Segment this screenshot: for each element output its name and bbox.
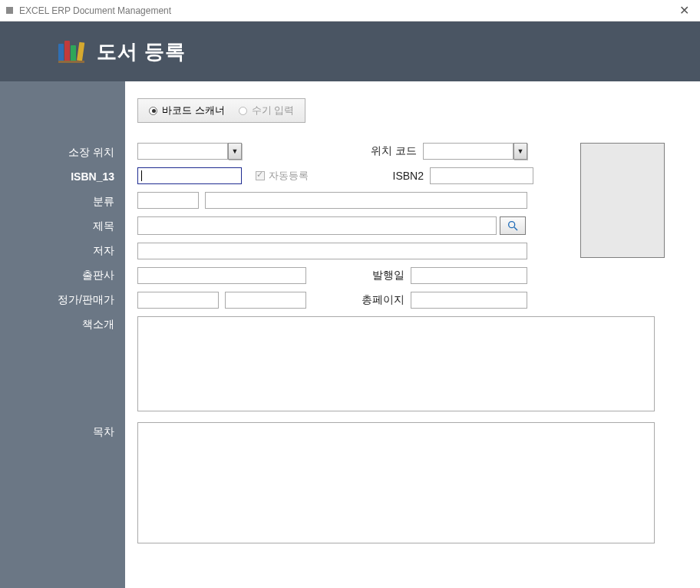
isbn2-input[interactable]	[430, 167, 533, 184]
checkbox-icon	[256, 171, 265, 180]
label-author: 저자	[0, 243, 125, 258]
close-icon[interactable]: ✕	[675, 3, 694, 18]
label-location: 소장 위치	[0, 144, 125, 160]
app-icon	[6, 7, 13, 14]
radio-manual-input[interactable]: 수기 입력	[239, 104, 295, 117]
books-icon	[58, 40, 84, 63]
auto-register-label: 자동등록	[269, 169, 309, 183]
radio-dot-icon	[149, 107, 157, 115]
radio-dot-icon	[239, 107, 247, 115]
title-input[interactable]	[137, 216, 497, 235]
isbn13-input[interactable]	[137, 167, 242, 184]
chevron-down-icon[interactable]: ▼	[513, 143, 527, 160]
label-pages: 총페이지	[306, 293, 411, 307]
location-field[interactable]	[137, 143, 228, 160]
app-header: 도서 등록	[0, 21, 700, 81]
label-price: 정가/판매가	[0, 292, 125, 307]
label-publisher: 출판사	[0, 267, 125, 282]
publisher-input[interactable]	[137, 267, 306, 284]
radio-manual-label: 수기 입력	[252, 104, 295, 117]
svg-line-1	[514, 227, 517, 230]
label-location-code: 위치 코드	[242, 144, 423, 158]
category-code-input[interactable]	[137, 192, 199, 209]
title-search-button[interactable]	[500, 216, 526, 235]
auto-register-checkbox: 자동등록	[256, 169, 309, 183]
author-input[interactable]	[137, 243, 527, 259]
window-title: EXCEL ERP Document Management	[19, 5, 171, 16]
label-pubdate: 발행일	[306, 269, 411, 282]
window-titlebar: EXCEL ERP Document Management ✕	[0, 0, 700, 21]
label-toc: 목차	[0, 424, 125, 439]
book-toc-textarea[interactable]	[137, 422, 655, 543]
label-title: 제목	[0, 218, 125, 233]
field-label-column: 소장 위치 ISBN_13 분류 제목 저자 출판사 정가/판매가 책소개 목차	[0, 81, 125, 588]
chevron-down-icon[interactable]: ▼	[228, 143, 242, 160]
location-select[interactable]: ▼	[137, 143, 242, 160]
location-code-field[interactable]	[423, 143, 513, 160]
page-title: 도서 등록	[97, 38, 186, 65]
list-price-input[interactable]	[137, 292, 219, 309]
sale-price-input[interactable]	[225, 292, 306, 309]
label-category: 분류	[0, 193, 125, 209]
radio-barcode-scanner[interactable]: 바코드 스캐너	[149, 104, 225, 117]
radio-barcode-label: 바코드 스캐너	[162, 104, 225, 117]
category-name-input[interactable]	[205, 192, 527, 209]
svg-point-0	[509, 222, 515, 228]
input-mode-group: 바코드 스캐너 수기 입력	[137, 98, 305, 123]
location-code-select[interactable]: ▼	[423, 143, 527, 160]
label-isbn13: ISBN_13	[0, 169, 125, 184]
pubdate-input[interactable]	[411, 267, 527, 284]
form-area: 바코드 스캐너 수기 입력 ▼ 위치 코드 ▼	[125, 81, 700, 588]
book-intro-textarea[interactable]	[137, 316, 655, 411]
label-intro: 책소개	[0, 316, 125, 332]
label-isbn2: ISBN2	[309, 170, 430, 182]
text-caret	[141, 170, 142, 181]
search-icon	[507, 220, 519, 232]
pages-input[interactable]	[411, 292, 527, 309]
